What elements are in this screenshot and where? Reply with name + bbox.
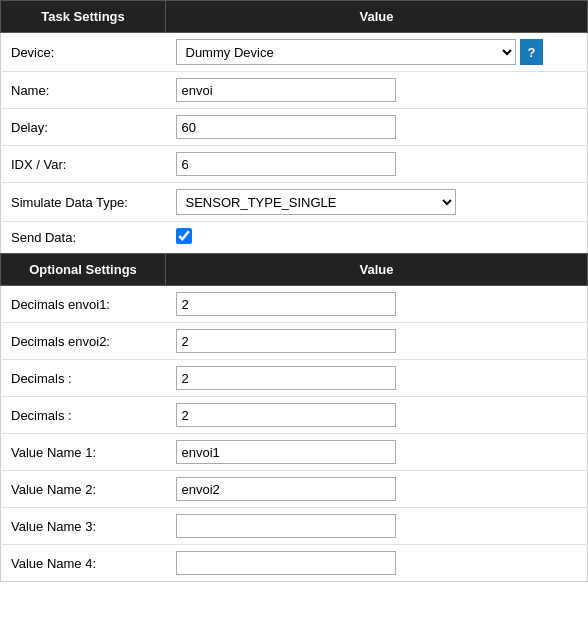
device-row: Dummy Device ? [176, 39, 578, 65]
simulate-label: Simulate Data Type: [1, 183, 166, 222]
value-name1-value-cell [166, 434, 588, 471]
value-name4-value-cell [166, 545, 588, 582]
send-data-checkbox[interactable] [176, 228, 192, 244]
table-row: Decimals : [1, 360, 588, 397]
value-name4-input[interactable] [176, 551, 396, 575]
table-row: Decimals envoi2: [1, 323, 588, 360]
value-name1-label: Value Name 1: [1, 434, 166, 471]
help-button[interactable]: ? [520, 39, 544, 65]
name-input[interactable] [176, 78, 396, 102]
delay-input[interactable] [176, 115, 396, 139]
table-row: Value Name 1: [1, 434, 588, 471]
decimals2-input[interactable] [176, 403, 396, 427]
decimals1-input[interactable] [176, 366, 396, 390]
decimals-envoi1-value-cell [166, 286, 588, 323]
decimals-envoi1-label: Decimals envoi1: [1, 286, 166, 323]
send-data-label: Send Data: [1, 222, 166, 254]
task-settings-header: Task Settings [1, 1, 166, 33]
decimals1-value-cell [166, 360, 588, 397]
decimals-envoi1-input[interactable] [176, 292, 396, 316]
optional-settings-header: Optional Settings [1, 254, 166, 286]
decimals1-label: Decimals : [1, 360, 166, 397]
value-name3-label: Value Name 3: [1, 508, 166, 545]
table-row: Value Name 2: [1, 471, 588, 508]
settings-table: Task Settings Value Device: Dummy Device… [0, 0, 588, 582]
value-name1-input[interactable] [176, 440, 396, 464]
simulate-value-cell: SENSOR_TYPE_SINGLE [166, 183, 588, 222]
value-name3-value-cell [166, 508, 588, 545]
table-row: Name: [1, 72, 588, 109]
value-name4-label: Value Name 4: [1, 545, 166, 582]
idx-value-cell [166, 146, 588, 183]
decimals-envoi2-value-cell [166, 323, 588, 360]
device-select[interactable]: Dummy Device [176, 39, 516, 65]
optional-value-header: Value [166, 254, 588, 286]
value-name2-input[interactable] [176, 477, 396, 501]
device-label: Device: [1, 33, 166, 72]
decimals-envoi2-label: Decimals envoi2: [1, 323, 166, 360]
delay-label: Delay: [1, 109, 166, 146]
task-value-header: Value [166, 1, 588, 33]
table-row: Decimals envoi1: [1, 286, 588, 323]
table-row: IDX / Var: [1, 146, 588, 183]
device-value-cell: Dummy Device ? [166, 33, 588, 72]
table-row: Value Name 4: [1, 545, 588, 582]
idx-input[interactable] [176, 152, 396, 176]
table-row: Device: Dummy Device ? [1, 33, 588, 72]
simulate-select[interactable]: SENSOR_TYPE_SINGLE [176, 189, 456, 215]
table-row: Send Data: [1, 222, 588, 254]
decimals-envoi2-input[interactable] [176, 329, 396, 353]
value-name3-input[interactable] [176, 514, 396, 538]
table-row: Decimals : [1, 397, 588, 434]
name-value-cell [166, 72, 588, 109]
idx-label: IDX / Var: [1, 146, 166, 183]
table-row: Simulate Data Type: SENSOR_TYPE_SINGLE [1, 183, 588, 222]
table-row: Delay: [1, 109, 588, 146]
decimals2-value-cell [166, 397, 588, 434]
send-data-value-cell [166, 222, 588, 254]
value-name2-value-cell [166, 471, 588, 508]
delay-value-cell [166, 109, 588, 146]
decimals2-label: Decimals : [1, 397, 166, 434]
table-row: Value Name 3: [1, 508, 588, 545]
name-label: Name: [1, 72, 166, 109]
value-name2-label: Value Name 2: [1, 471, 166, 508]
